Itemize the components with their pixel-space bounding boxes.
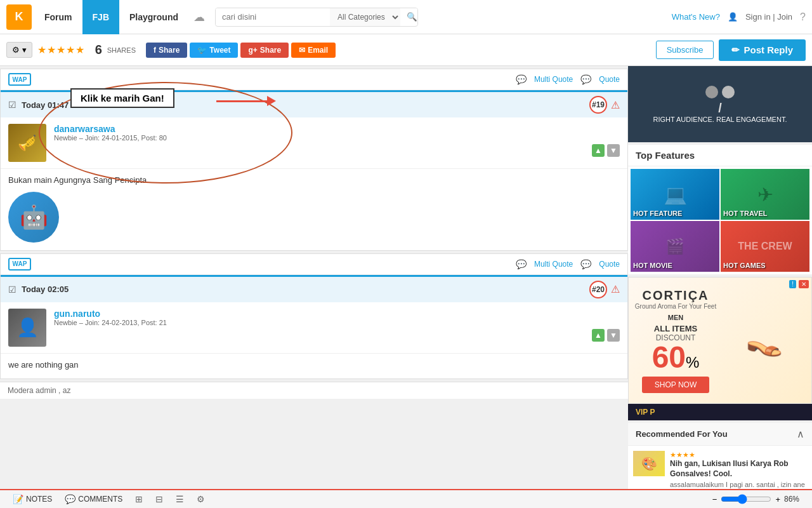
help-icon[interactable]: ?	[800, 11, 806, 23]
recommended-item-0[interactable]: 🎨 ★★★★ Nih gan, Lukisan Ilusi Karya Rob …	[628, 446, 812, 489]
vote-up-19[interactable]: ▲	[592, 144, 605, 157]
zoom-slider[interactable]	[721, 494, 771, 504]
share-gplus-button[interactable]: g+ Share	[240, 43, 289, 58]
feature-travel[interactable]: ✈ HOT TRAVEL	[721, 169, 809, 220]
ad-close-btn[interactable]: ✕	[799, 280, 809, 288]
post-number-20[interactable]: #20	[589, 281, 607, 298]
post-reply-button[interactable]: ✏ Post Reply	[719, 39, 806, 61]
rating-stars: ★★★★★	[37, 44, 85, 56]
vote-up-20[interactable]: ▲	[592, 329, 605, 342]
rec-content-0: ★★★★ Nih gan, Lukisan Ilusi Karya Rob Go…	[670, 451, 807, 489]
post-header-20: ☑ Today 02:05 #20 ⚠	[1, 275, 627, 302]
cortica-content: CORTIÇA Ground Aroma For Your Feet MEN A…	[634, 288, 806, 393]
search-input[interactable]	[216, 8, 330, 25]
comments-item[interactable]: 💬 COMMENTS	[65, 494, 122, 504]
share-facebook-button[interactable]: f Share	[146, 43, 187, 58]
cortica-image-side: 👡	[723, 288, 806, 393]
author-name-19[interactable]: danarwarsawa	[54, 124, 620, 134]
feature-movie[interactable]: 🎬 HOT MOVIE	[631, 221, 719, 272]
quote-button-19[interactable]: Quote	[599, 75, 620, 84]
zoom-plus-icon[interactable]: +	[775, 495, 780, 504]
settings-item[interactable]: ⚙	[197, 494, 205, 504]
feature-hot[interactable]: 💻 HOT FEATURE	[631, 169, 719, 220]
ad-content-top: / RIGHT AUDIENCE. REAL ENGAGEMENT.	[653, 86, 787, 123]
post-toolbar: ⚙ ▾ ★★★★★ 6 SHARES f Share 🐦 Tweet g+ Sh…	[0, 34, 812, 66]
category-select[interactable]: All Categories	[330, 8, 400, 26]
check-icon-20: ☑	[8, 284, 16, 295]
gear-button[interactable]: ⚙ ▾	[6, 42, 32, 58]
ad-new-badge: !	[789, 280, 796, 288]
post-number-19[interactable]: #19	[589, 96, 607, 114]
grid-icon-2: ⊟	[155, 494, 163, 504]
vote-buttons-19: ▲ ▼	[54, 144, 620, 157]
nav-tab-playground[interactable]: Playground	[119, 0, 188, 34]
travel-feature-label: HOT TRAVEL	[723, 210, 767, 217]
nav-tab-fjb[interactable]: FJB	[82, 0, 119, 34]
search-button[interactable]: 🔍	[400, 8, 418, 25]
recommended-title: Recommended For You	[636, 429, 728, 439]
quote-button-20[interactable]: Quote	[599, 260, 620, 269]
cortica-category: MEN	[668, 314, 683, 321]
discount-value: 60	[652, 342, 686, 373]
rec-stars-0: ★★★★	[670, 451, 807, 459]
zoom-level: 86%	[784, 495, 799, 504]
avatar-19: 🎺	[8, 124, 46, 162]
top-features-section: Top Features 💻 HOT FEATURE ✈ HOT TRAVEL …	[628, 145, 812, 274]
grid-item-2[interactable]: ⊟	[155, 494, 163, 504]
sign-in-link[interactable]: Sign in | Join	[745, 12, 792, 22]
list-item[interactable]: ☰	[176, 494, 184, 504]
alert-icon-20[interactable]: ⚠	[611, 283, 620, 295]
notes-item[interactable]: 📝 NOTES	[13, 494, 52, 504]
ad-text: RIGHT AUDIENCE. REAL ENGAGEMENT.	[653, 116, 787, 123]
whats-new-link[interactable]: What's New?	[672, 12, 720, 22]
avatar-20: 👤	[8, 309, 46, 347]
moderator-bar: Modera admin , az	[0, 382, 628, 399]
post-emoji-19: 🤖	[8, 192, 59, 243]
shoe-icon: 👡	[745, 323, 783, 358]
post-actions-top-20: WAP 💬 Multi Quote 💬 Quote	[1, 254, 627, 275]
pencil-icon: ✏	[731, 44, 740, 56]
shares-label: SHARES	[107, 46, 136, 54]
logo-text: K	[15, 10, 23, 23]
check-icon-19: ☑	[8, 100, 16, 110]
recommended-collapse-button[interactable]: ∧	[797, 428, 804, 440]
em-icon: ✉	[299, 46, 305, 55]
vote-buttons-20: ▲ ▼	[54, 329, 620, 342]
multiquote-button-20[interactable]: Multi Quote	[534, 260, 573, 269]
vote-down-20[interactable]: ▼	[607, 329, 620, 342]
zoom-minus-icon[interactable]: −	[712, 495, 717, 504]
post-card-19: Klik ke marih Gan! WAP 💬 Multi Quote 💬 Q…	[0, 69, 628, 251]
list-icon: ☰	[176, 494, 184, 504]
shares-count: 6	[95, 43, 102, 57]
main-container: Klik ke marih Gan! WAP 💬 Multi Quote 💬 Q…	[0, 66, 812, 489]
nav-tab-forum[interactable]: Forum	[34, 0, 82, 34]
shop-now-button[interactable]: SHOP NOW	[642, 377, 709, 393]
grid-item-1[interactable]: ⊞	[135, 494, 143, 504]
movie-feature-label: HOT MOVIE	[633, 262, 672, 269]
top-navigation: K Forum FJB Playground ☁ All Categories …	[0, 0, 812, 34]
subscribe-button[interactable]: Subscribe	[656, 41, 714, 59]
post-body-19: 🎺 danarwarsawa Newbie – Join: 24-01-2015…	[1, 117, 627, 168]
post-date-19: Today 01:47	[22, 100, 69, 110]
ad-circles	[653, 86, 787, 98]
cloud-icon: ☁	[188, 10, 210, 24]
feature-games[interactable]: THE CREW HOT GAMES	[721, 221, 809, 272]
rec-desc-0: assalamualaikum I pagi an. santai , izin…	[670, 480, 807, 489]
tw-icon: 🐦	[197, 46, 207, 55]
discount-amount: 60 %	[652, 342, 700, 373]
multiquote-button-19[interactable]: Multi Quote	[534, 75, 573, 84]
top-features-title: Top Features	[628, 145, 812, 166]
share-email-button[interactable]: ✉ Email	[291, 43, 336, 58]
site-logo[interactable]: K	[6, 4, 32, 30]
comments-label: COMMENTS	[78, 495, 122, 504]
author-name-20[interactable]: gun.naruto	[54, 309, 620, 319]
comments-icon: 💬	[65, 494, 75, 504]
content-area: Klik ke marih Gan! WAP 💬 Multi Quote 💬 Q…	[0, 66, 628, 489]
share-twitter-button[interactable]: 🐦 Tweet	[190, 43, 238, 58]
search-container: All Categories 🔍	[215, 8, 418, 27]
post-content-19: Bukan main Agungnya Sang Pencipta 🤖	[1, 168, 627, 250]
alert-icon-19[interactable]: ⚠	[611, 99, 620, 111]
vote-down-19[interactable]: ▼	[607, 144, 620, 157]
author-info-20: gun.naruto Newbie – Join: 24-02-2013, Po…	[54, 309, 620, 347]
avatar-img-20: 👤	[8, 309, 46, 347]
